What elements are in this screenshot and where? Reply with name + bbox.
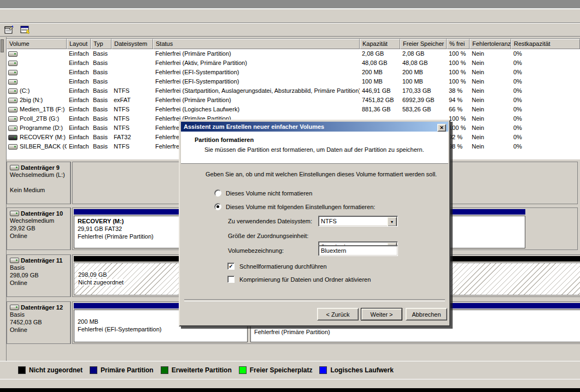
cell-fs (112, 68, 153, 77)
properties-icon[interactable] (3, 25, 14, 35)
cell-kapazitaet: 446,91 GB (360, 86, 400, 96)
radio-format[interactable]: Dieses Volume mit folgenden Einstellunge… (214, 203, 375, 210)
cell-frei: 48,08 GB (400, 58, 447, 68)
cell-status: Fehlerfrei (Aktiv, Primäre Partition) (153, 58, 360, 68)
cell-kapazitaet: 200 MB (360, 68, 400, 77)
cell-rest: 0% (511, 114, 580, 123)
radio-icon[interactable] (214, 189, 221, 197)
column-header-volume[interactable]: Volume (7, 39, 67, 49)
table-row[interactable]: Einfach Basis Fehlerfrei (EFI-Systempart… (7, 77, 580, 86)
table-row[interactable]: Einfach Basis Fehlerfrei (Aktiv, Primäre… (7, 58, 580, 68)
cell-toleranz: Nein (470, 105, 511, 114)
radio-label: Dieses Volume nicht formatieren (226, 190, 312, 197)
checkbox-checked-icon[interactable]: ✓ (227, 263, 235, 270)
volume-icon (8, 126, 17, 131)
disk-size: 7452,03 GB (10, 318, 67, 326)
radio-no-format[interactable]: Dieses Volume nicht formatieren (214, 189, 312, 197)
cell-layout: Einfach (67, 49, 91, 58)
quick-format-checkbox[interactable]: ✓ Schnellformatierung durchführen (227, 263, 327, 270)
volume-label-input[interactable] (318, 245, 398, 256)
dialog-step-subtitle: Sie müssen die Partition erst formatiere… (204, 146, 424, 153)
disk-status: Online (10, 279, 67, 287)
volume-icon (8, 51, 17, 57)
cell-typ: Basis (91, 77, 112, 86)
cell-typ: Basis (91, 105, 112, 114)
cell-status: Fehlerfrei (Logisches Laufwerk) (153, 105, 360, 114)
compression-checkbox[interactable]: Komprimierung für Dateien und Ordner akt… (227, 276, 371, 283)
cell-pfrei: 100 % (447, 58, 470, 68)
cell-rest: 0% (511, 58, 580, 68)
disk-label[interactable]: Datenträger 12 Basis 7452,03 GB Online (7, 301, 71, 344)
volume-icon (8, 116, 17, 122)
column-header-kapazitaet[interactable]: Kapazität (360, 39, 400, 49)
cell-toleranz: Nein (470, 68, 511, 77)
dialog-step-title: Partition formatieren (195, 136, 254, 143)
cell-frei: 170,33 GB (400, 86, 447, 96)
cell-layout: Einfach (67, 68, 91, 77)
disk-label[interactable]: Datenträger 10 Wechselmedium 29,92 GB On… (7, 207, 71, 250)
disk-icon (10, 165, 19, 170)
table-row[interactable]: (C:) Einfach Basis NTFS Fehlerfrei (Star… (7, 86, 580, 96)
column-header-dateisystem[interactable]: Dateisystem (112, 39, 153, 49)
cell-typ: Basis (91, 86, 112, 96)
cell-typ: Basis (91, 58, 112, 68)
radio-selected-icon[interactable] (214, 203, 221, 210)
cell-status: Fehlerfrei (EFI-Systempartition) (153, 68, 360, 77)
app-titlebar[interactable] (0, 0, 580, 9)
filesystem-select[interactable]: NTFS ▼ (318, 216, 398, 227)
table-row[interactable]: Medien_1TB (F:) Einfach Basis NTFS Fehle… (7, 105, 580, 114)
legend-swatch-primary (90, 366, 97, 374)
legend-item: Freier Speicherplatz (239, 366, 313, 374)
console-window-icon[interactable] (20, 25, 31, 35)
column-header-typ[interactable]: Typ (91, 39, 112, 49)
disk-icon (10, 211, 19, 216)
volume-icon (8, 70, 17, 75)
disk-label[interactable]: Datenträger 11 Basis 298,09 GB Online (7, 254, 71, 297)
chevron-down-icon[interactable]: ▼ (387, 217, 397, 227)
cell-frei: 200 MB (400, 68, 447, 77)
cell-rest: 0% (511, 77, 580, 86)
column-header-fehlertoleranz[interactable]: Fehlertoleranz (470, 39, 511, 49)
cell-pfrei: 100 % (447, 49, 470, 58)
disk-type: Basis (10, 311, 67, 318)
cell-rest: 0% (511, 86, 580, 96)
column-header-prozent-frei[interactable]: % frei (447, 39, 470, 49)
close-icon[interactable]: ✕ (437, 124, 446, 132)
splitter-handle[interactable] (1, 39, 4, 52)
legend-item: Logisches Laufwerk (319, 366, 393, 374)
cell-fs (112, 49, 153, 58)
dialog-titlebar[interactable]: Assistent zum Erstellen neuer einfacher … (181, 122, 448, 132)
cell-typ: Basis (91, 142, 112, 151)
cell-frei: 6992,39 GB (400, 96, 447, 105)
cell-kapazitaet: 48,08 GB (360, 58, 400, 68)
legend-swatch-extended (161, 366, 168, 374)
cell-toleranz: Nein (470, 58, 511, 68)
checkbox-label: Schnellformatierung durchführen (239, 263, 327, 270)
next-button[interactable]: Weiter > (361, 308, 402, 320)
disk-label[interactable]: Datenträger 9 Wechselmedium (L:) Kein Me… (7, 162, 71, 204)
column-header-status[interactable]: Status (153, 39, 360, 49)
cell-kapazitaet: 2,08 GB (360, 49, 400, 58)
cell-status: Fehlerfrei (EFI-Systempartition) (153, 77, 360, 86)
bottom-black-strip (0, 388, 580, 392)
dialog-header: Partition formatieren Sie müssen die Par… (181, 132, 448, 164)
cell-frei: 2,08 GB (400, 49, 447, 58)
cell-pfrei: 94 % (447, 96, 470, 105)
volume-icon (8, 144, 17, 150)
back-button[interactable]: < Zurück (317, 308, 359, 320)
console-tree-splitter[interactable] (0, 37, 7, 378)
table-row[interactable]: Einfach Basis Fehlerfrei (Primäre Partit… (7, 49, 580, 58)
cancel-button[interactable]: Abbrechen (406, 308, 447, 320)
checkbox-unchecked-icon[interactable] (227, 276, 235, 283)
cell-rest: 0% (511, 142, 580, 151)
table-row[interactable]: Einfach Basis Fehlerfrei (EFI-Systempart… (7, 68, 580, 77)
legend-label: Logisches Laufwerk (330, 366, 393, 374)
legend-item: Nicht zugeordnet (18, 366, 83, 374)
legend-item: Erweiterte Partition (161, 366, 232, 374)
column-header-layout[interactable]: Layout (67, 39, 91, 49)
cell-layout: Einfach (67, 123, 91, 133)
column-header-freier-speicher[interactable]: Freier Speicher (400, 39, 447, 49)
table-row[interactable]: 2big (N:) Einfach Basis exFAT Fehlerfrei… (7, 96, 580, 105)
column-header-restkapazitaet[interactable]: Restkapazität (511, 39, 580, 49)
toolbar (0, 23, 580, 37)
